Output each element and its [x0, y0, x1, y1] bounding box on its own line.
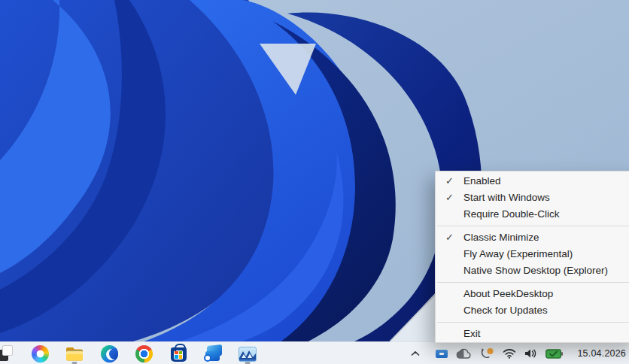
- battery-icon: [545, 349, 563, 359]
- outlook-icon: [204, 345, 222, 362]
- tray-date[interactable]: 15.04.2026: [577, 348, 626, 359]
- menu-item-label: Classic Minimize: [463, 229, 539, 246]
- taskbar-edge-button[interactable]: [99, 344, 119, 363]
- chevron-up-icon: [411, 350, 420, 356]
- menu-item-exit[interactable]: Exit: [436, 326, 629, 342]
- peekdesktop-tray-icon: [436, 350, 448, 358]
- menu-item-label: About PeekDesktop: [463, 286, 553, 302]
- desktop: ✓ Enabled ✓ Start with Windows Require D…: [0, 0, 629, 364]
- menu-item-label: Fly Away (Experimental): [463, 246, 573, 262]
- menu-item-label: Check for Updates: [463, 302, 548, 319]
- taskbar-photos-button[interactable]: [238, 344, 257, 363]
- menu-item-label: Native Show Desktop (Explorer): [463, 262, 608, 279]
- taskbar-chrome-button[interactable]: [134, 344, 153, 363]
- app-window-icon: [0, 345, 14, 362]
- volume-tray-button[interactable]: [524, 348, 537, 359]
- checkmark-icon: ✓: [445, 229, 463, 246]
- menu-separator: [437, 322, 629, 323]
- wifi-icon: [503, 348, 516, 359]
- menu-separator: [437, 282, 629, 283]
- checkmark-icon: ✓: [445, 190, 463, 206]
- menu-item-fly-away[interactable]: Fly Away (Experimental): [436, 246, 629, 262]
- microsoft-store-icon: [171, 347, 187, 362]
- peekdesktop-tray-button[interactable]: [436, 350, 448, 358]
- menu-item-label: Require Double-Click: [463, 206, 560, 223]
- menu-item-about-peekdesktop[interactable]: About PeekDesktop: [436, 286, 629, 302]
- file-explorer-icon: [65, 344, 84, 362]
- menu-item-label: Enabled: [463, 173, 501, 190]
- battery-tray-button[interactable]: [545, 349, 563, 359]
- menu-item-check-for-updates[interactable]: Check for Updates: [436, 302, 629, 319]
- menu-separator: [437, 226, 629, 226]
- taskbar-app-window-button[interactable]: [0, 344, 15, 363]
- taskbar-file-explorer-button[interactable]: [65, 344, 84, 363]
- onedrive-cloud-icon: [456, 348, 472, 359]
- menu-item-require-double-click[interactable]: Require Double-Click: [436, 206, 629, 223]
- checkmark-icon: ✓: [445, 173, 463, 190]
- menu-item-classic-minimize[interactable]: ✓ Classic Minimize: [436, 229, 629, 246]
- taskbar-copilot-button[interactable]: [30, 344, 50, 363]
- taskbar: 15.04.2026: [0, 341, 629, 364]
- menu-item-label: Exit: [463, 326, 481, 342]
- edge-icon: [101, 345, 118, 362]
- photos-icon: [239, 347, 257, 362]
- copilot-icon: [32, 345, 49, 362]
- menu-item-native-show-desktop[interactable]: Native Show Desktop (Explorer): [436, 262, 629, 279]
- peekdesktop-context-menu: ✓ Enabled ✓ Start with Windows Require D…: [435, 171, 629, 343]
- onedrive-tray-button[interactable]: [456, 348, 472, 359]
- taskbar-pinned-apps: [0, 342, 257, 364]
- system-tray: 15.04.2026: [411, 342, 626, 364]
- taskbar-microsoft-store-button[interactable]: [169, 344, 188, 363]
- update-arrow-icon: [480, 347, 494, 359]
- volume-icon: [524, 348, 537, 359]
- menu-item-label: Start with Windows: [463, 190, 550, 206]
- chrome-icon: [135, 345, 153, 362]
- menu-item-enabled[interactable]: ✓ Enabled: [436, 173, 629, 190]
- menu-item-start-with-windows[interactable]: ✓ Start with Windows: [436, 190, 629, 206]
- show-hidden-icons-button[interactable]: [411, 350, 420, 356]
- wifi-tray-button[interactable]: [503, 348, 516, 359]
- taskbar-outlook-button[interactable]: [203, 344, 223, 363]
- update-tray-button[interactable]: [480, 347, 494, 359]
